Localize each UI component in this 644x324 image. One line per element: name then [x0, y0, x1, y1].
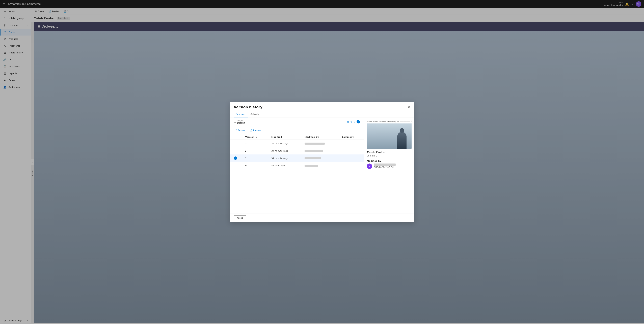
table-row[interactable]: 2 34 minutes ago [230, 147, 364, 154]
table-row[interactable]: 0 47 days ago [230, 162, 364, 169]
modified-by-section-label: Modified by [367, 160, 412, 162]
preview-hero-image [367, 123, 412, 149]
preview-logo: Buy 2 to more and products and get 5% of… [368, 121, 399, 122]
row-version: 2 [241, 147, 267, 154]
modified-by-blur [304, 165, 318, 167]
preview-version-label: Preview [253, 129, 261, 131]
preview-nav [400, 121, 412, 122]
row-version: 0 [241, 162, 267, 169]
version-table: Version ↓ Modified Modified by [230, 134, 364, 213]
info-icon[interactable]: i [356, 120, 360, 123]
unchecked-icon [234, 164, 237, 167]
modal-close-button[interactable]: × [406, 104, 412, 110]
modal-footer: Close [230, 213, 414, 222]
col-comment: Comment [338, 134, 364, 140]
preview-nav-dot [411, 121, 412, 122]
modified-avatar: N [367, 164, 372, 169]
unchecked-icon [234, 149, 237, 152]
row-check: ✓ [230, 154, 241, 162]
row-modified: 33 minutes ago [267, 140, 300, 147]
preview-person-silhouette [397, 132, 406, 149]
checked-icon: ✓ [234, 156, 237, 160]
action-bar: Target Default ⧖ ⇅ ∨ i [230, 117, 364, 126]
modal-header: Version history [230, 102, 414, 111]
preview-nav-dot [407, 121, 410, 122]
col-check [230, 134, 241, 140]
tab-activity-label: Activity [250, 113, 259, 115]
version-history-table: Version ↓ Modified Modified by [230, 134, 364, 169]
modal-overlay: Version history × Version Activity [0, 0, 644, 324]
modified-info: 6/15/2022, 2:07 PM [374, 164, 396, 168]
row-modified: 47 days ago [267, 162, 300, 169]
preview-version-icon: 📄 [250, 129, 252, 132]
row-check [230, 140, 241, 147]
row-version: 3 [241, 140, 267, 147]
preview-top-bar: Buy 2 to more and products and get 5% of… [367, 120, 412, 123]
table-row[interactable]: 3 33 minutes ago [230, 140, 364, 147]
row-check [230, 162, 241, 169]
col-version[interactable]: Version ↓ [241, 134, 267, 140]
modified-by-blur [304, 157, 321, 159]
row-comment [338, 147, 364, 154]
target-label-group: Target Default [237, 119, 245, 124]
restore-label: Restore [238, 129, 245, 131]
chevron-down-icon[interactable]: ∨ [354, 121, 355, 123]
row-modified: 34 minutes ago [267, 154, 300, 162]
preview-nav-dot [403, 121, 407, 122]
row-modified-by [300, 147, 338, 154]
preview-person-head [400, 128, 404, 133]
close-label: Close [237, 217, 243, 219]
tab-activity[interactable]: Activity [248, 111, 262, 117]
restore-button[interactable]: ↺ Restore [234, 128, 246, 132]
target-label: Target [237, 119, 245, 122]
right-panel-title: Caleb Foster [367, 151, 412, 154]
table-row[interactable]: ✓ 1 34 minutes ago [230, 154, 364, 162]
row-comment [338, 140, 364, 147]
modified-by-row: N 6/15/2022, 2:07 PM [367, 164, 412, 169]
modified-name-blur [374, 164, 396, 166]
row-modified-by [300, 154, 338, 162]
close-button[interactable]: Close [234, 215, 246, 220]
filter-icon[interactable]: ⧖ [347, 120, 349, 123]
version-history-modal: Version history × Version Activity [230, 102, 414, 222]
tab-version[interactable]: Version [234, 111, 248, 117]
modal-body: Target Default ⧖ ⇅ ∨ i ↺ [230, 117, 414, 213]
sort-icon[interactable]: ⇅ [350, 120, 352, 123]
target-circle-icon [234, 121, 236, 123]
modal-title: Version history [234, 105, 410, 109]
preview-nav-dot [400, 121, 403, 122]
preview-version-button[interactable]: 📄 Preview [249, 128, 262, 132]
col-modified-by: Modified by [300, 134, 338, 140]
target-value: Default [237, 122, 245, 124]
modal-left-panel: Target Default ⧖ ⇅ ∨ i ↺ [230, 117, 364, 213]
row-modified-by [300, 162, 338, 169]
right-panel-version: Version 1 [367, 154, 412, 157]
col-modified: Modified [267, 134, 300, 140]
sort-version-icon: ↓ [256, 136, 257, 138]
row-comment [338, 162, 364, 169]
row-check [230, 147, 241, 154]
action-bar-left: Target Default [234, 119, 245, 124]
modal-right-panel: Buy 2 to more and products and get 5% of… [364, 117, 414, 213]
modified-date: 6/15/2022, 2:07 PM [374, 166, 396, 168]
row-modified: 34 minutes ago [267, 147, 300, 154]
restore-icon: ↺ [234, 129, 237, 132]
modified-by-blur [304, 150, 323, 152]
row-modified-by [300, 140, 338, 147]
row-comment [338, 154, 364, 162]
action-bar-right: ⧖ ⇅ ∨ i [347, 120, 360, 123]
row-version: 1 [241, 154, 267, 162]
target-info: Target Default [234, 119, 245, 124]
tab-version-label: Version [236, 113, 245, 115]
modal-tabs: Version Activity [230, 111, 414, 117]
unchecked-icon [234, 142, 237, 145]
preview-image: Buy 2 to more and products and get 5% of… [367, 120, 412, 149]
modified-by-blur [304, 143, 325, 145]
modified-avatar-initial: N [368, 165, 370, 168]
